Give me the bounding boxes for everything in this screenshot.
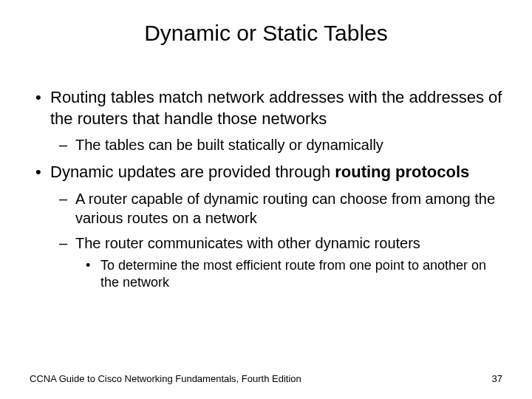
bullet-2-sub1: A router capable of dynamic routing can …: [50, 189, 502, 228]
bullet-1-text: Routing tables match network addresses w…: [50, 88, 502, 128]
bullet-1-sub1-text: The tables can be built statically or dy…: [75, 137, 383, 153]
bullet-2-sub2: The router communicates with other dynam…: [50, 233, 502, 292]
slide-title: Dynamic or Static Tables: [30, 21, 502, 46]
slide-content: Routing tables match network addresses w…: [30, 87, 502, 292]
bullet-2: Dynamic updates are provided through rou…: [30, 162, 502, 291]
bullet-2-bold: routing protocols: [335, 163, 469, 181]
footer-page-number: 37: [492, 373, 502, 384]
bullet-2-sub2-sublist: To determine the most efficient route fr…: [75, 257, 502, 292]
footer-left: CCNA Guide to Cisco Networking Fundament…: [30, 373, 301, 384]
bullet-1-sub1: The tables can be built statically or dy…: [50, 135, 502, 154]
slide: Dynamic or Static Tables Routing tables …: [0, 0, 532, 399]
bullet-2-sub2-a-text: To determine the most efficient route fr…: [100, 258, 486, 290]
bullet-list-level1: Routing tables match network addresses w…: [30, 87, 502, 292]
bullet-2-sub2-a: To determine the most efficient route fr…: [75, 257, 502, 292]
bullet-2-sublist: A router capable of dynamic routing can …: [50, 189, 502, 292]
bullet-1-sublist: The tables can be built statically or dy…: [50, 135, 502, 154]
bullet-2-sub2-text: The router communicates with other dynam…: [75, 235, 420, 251]
bullet-2-pre: Dynamic updates are provided through: [50, 163, 335, 181]
slide-footer: CCNA Guide to Cisco Networking Fundament…: [30, 373, 502, 384]
bullet-1: Routing tables match network addresses w…: [30, 87, 502, 154]
bullet-2-sub1-text: A router capable of dynamic routing can …: [75, 191, 495, 226]
